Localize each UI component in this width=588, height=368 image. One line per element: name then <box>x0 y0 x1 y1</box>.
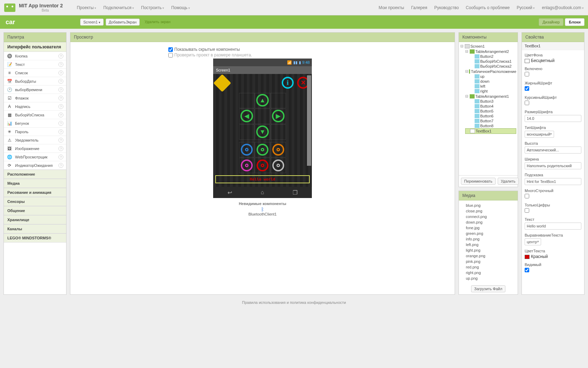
delete-screen-button[interactable]: Удалить экран <box>142 19 173 26</box>
property-select[interactable]: моноширный <box>525 131 554 138</box>
tree-node[interactable]: ВыборИзСписка1 <box>470 59 516 64</box>
down-button[interactable]: ▼ <box>256 125 269 138</box>
help-icon[interactable]: ? <box>58 87 63 92</box>
tree-node[interactable]: Button3 <box>470 99 516 104</box>
help-icon[interactable]: ? <box>58 79 63 84</box>
help-icon[interactable]: ? <box>58 113 63 117</box>
property-select[interactable]: центр <box>525 238 541 245</box>
designer-tab[interactable]: Дизайнер <box>539 18 564 26</box>
media-file[interactable]: close.png <box>466 208 511 214</box>
tree-node[interactable]: right <box>470 89 516 94</box>
tree-node[interactable]: ⊟TableArrangement2 <box>465 49 516 54</box>
media-file[interactable]: left.png <box>466 242 511 247</box>
tree-node[interactable]: ⊟Screen1 <box>460 43 516 49</box>
show-hidden-row[interactable]: Показывать скрытые компоненты <box>168 47 448 52</box>
tree-node[interactable]: ⊟TableArrangement1 <box>465 94 516 99</box>
palette-category[interactable]: Общение <box>4 206 66 215</box>
palette-category[interactable]: Расположение <box>4 170 66 179</box>
tree-node[interactable]: ВыборИзСписка2 <box>470 64 516 69</box>
tree-node[interactable]: Button5 <box>470 109 516 114</box>
rename-button[interactable]: Переименовать <box>461 178 496 185</box>
tree-node[interactable]: Button7 <box>470 118 516 123</box>
tree-node[interactable]: TextBox1 <box>465 128 516 134</box>
media-file[interactable]: connect.png <box>466 214 511 219</box>
menu-right-item[interactable]: Русский <box>517 5 535 10</box>
upload-file-button[interactable]: Загрузить Файл <box>471 285 505 292</box>
help-icon[interactable]: ? <box>58 104 63 109</box>
help-icon[interactable]: ? <box>58 70 63 75</box>
delete-button[interactable]: Удалить <box>498 178 519 185</box>
menu-right-item[interactable]: Руководство <box>434 5 459 10</box>
media-file[interactable]: pink.png <box>466 259 511 264</box>
property-color[interactable]: Красный <box>525 254 581 259</box>
menu-помощь[interactable]: Помощь <box>171 5 190 10</box>
connect-icon[interactable] <box>214 74 231 92</box>
property-checkbox[interactable] <box>525 86 529 91</box>
tree-node[interactable]: ⊟ТабличноеРасположение <box>465 69 516 74</box>
menu-right-item[interactable]: Галерея <box>411 5 427 10</box>
menu-построить[interactable]: Построить <box>141 5 164 10</box>
show-hidden-checkbox[interactable] <box>168 47 173 52</box>
home-nav-icon[interactable]: ⌂ <box>261 189 264 196</box>
palette-category[interactable]: Каналы <box>4 224 66 233</box>
media-file[interactable]: info.png <box>466 236 511 242</box>
menu-подключиться[interactable]: Подключиться <box>103 5 134 10</box>
palette-item[interactable]: 📊Бегунок? <box>4 119 66 128</box>
menu-right-item[interactable]: Сообщить о проблеме <box>466 5 510 10</box>
palette-item[interactable]: ⟳ИндикаторОжидания? <box>4 161 66 170</box>
palette-category-active[interactable]: Интерфейс пользователя <box>4 42 66 52</box>
media-file[interactable]: right.png <box>466 270 511 275</box>
add-screen-button[interactable]: ДобавитьЭкран <box>106 19 140 26</box>
help-icon[interactable]: ? <box>58 155 63 159</box>
media-file[interactable]: light.png <box>466 247 511 253</box>
media-file[interactable]: up.png <box>466 275 511 281</box>
tree-node[interactable]: Button2 <box>470 54 516 59</box>
red-button[interactable] <box>257 159 268 171</box>
palette-item[interactable]: 🔘Кнопка? <box>4 52 66 60</box>
invisible-component-item[interactable]: ᛒ BluetoothClient1 <box>77 206 448 216</box>
media-file[interactable]: down.png <box>466 219 511 225</box>
media-file[interactable]: fone.jpg <box>466 225 511 231</box>
menu-right-item[interactable]: enlags@outlook.com <box>542 5 584 10</box>
property-checkbox[interactable] <box>525 208 529 213</box>
property-checkbox[interactable] <box>525 72 529 76</box>
palette-item[interactable]: ▦ВыборИзСписка? <box>4 111 66 119</box>
right-button[interactable]: ▶ <box>272 110 285 122</box>
palette-item[interactable]: AНадпись? <box>4 102 66 111</box>
tablet-size-row[interactable]: Проверить проект в размере планшета. <box>168 53 448 57</box>
palette-category[interactable]: Медиа <box>4 179 66 188</box>
media-file[interactable]: red.png <box>466 264 511 270</box>
tree-node[interactable]: down <box>470 79 516 84</box>
help-icon[interactable]: ? <box>58 121 63 126</box>
help-icon[interactable]: ? <box>58 138 63 143</box>
back-nav-icon[interactable]: ↩ <box>227 189 232 196</box>
palette-item[interactable]: 🖼Изображение? <box>4 144 66 153</box>
palette-item[interactable]: 📝Текст? <box>4 60 66 69</box>
property-input[interactable]: 14.0 <box>525 115 581 122</box>
help-icon[interactable]: ? <box>58 54 63 59</box>
recent-nav-icon[interactable]: ❐ <box>293 189 298 196</box>
screen-dropdown[interactable]: Screen1 <box>80 19 104 26</box>
help-icon[interactable]: ? <box>58 146 63 151</box>
tablet-size-checkbox[interactable] <box>168 53 173 57</box>
left-button[interactable]: ◀ <box>240 110 253 122</box>
palette-category[interactable]: LEGO® MINDSTORMS® <box>4 233 66 243</box>
help-icon[interactable]: ? <box>58 62 63 67</box>
property-select[interactable]: Автоматический... <box>525 146 581 154</box>
menu-проекты[interactable]: Проекты <box>77 5 96 10</box>
palette-category[interactable]: Сенсоры <box>4 197 66 206</box>
palette-item[interactable]: 🕐выборВремени? <box>4 86 66 94</box>
blocks-tab[interactable]: Блоки <box>565 18 584 26</box>
palette-item[interactable]: 🌐WebПросмотрщик? <box>4 153 66 161</box>
property-color[interactable]: Бесцветный <box>525 58 581 63</box>
green-button[interactable] <box>257 144 268 156</box>
palette-category[interactable]: Рисование и анимация <box>4 188 66 197</box>
palette-category[interactable]: Хранилище <box>4 215 66 224</box>
help-icon[interactable]: ? <box>58 96 63 101</box>
media-file[interactable]: orange.png <box>466 253 511 259</box>
up-button[interactable]: ▲ <box>256 94 269 107</box>
media-file[interactable]: blue.png <box>466 203 511 208</box>
tree-node[interactable]: Button4 <box>470 104 516 109</box>
expand-icon[interactable]: ⊟ <box>465 94 469 98</box>
palette-item[interactable]: ⚠Уведомитель? <box>4 136 66 144</box>
